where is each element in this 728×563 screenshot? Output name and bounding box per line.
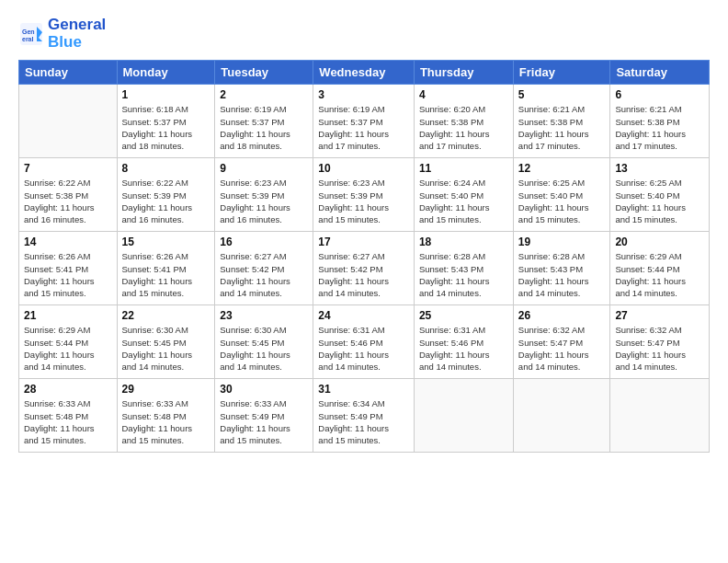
weekday-header-thursday: Thursday (414, 61, 513, 85)
weekday-header-sunday: Sunday (19, 61, 118, 85)
day-cell: 29Sunrise: 6:33 AM Sunset: 5:48 PM Dayli… (117, 379, 215, 453)
day-info: Sunrise: 6:23 AM Sunset: 5:39 PM Dayligh… (318, 177, 409, 225)
day-number: 24 (318, 309, 409, 322)
day-cell: 31Sunrise: 6:34 AM Sunset: 5:49 PM Dayli… (313, 379, 415, 453)
page: Gen eral General Blue SundayMondayTuesda… (0, 0, 728, 563)
weekday-header-row: SundayMondayTuesdayWednesdayThursdayFrid… (19, 61, 710, 85)
day-info: Sunrise: 6:27 AM Sunset: 5:42 PM Dayligh… (318, 250, 409, 299)
week-row-1: 1Sunrise: 6:18 AM Sunset: 5:37 PM Daylig… (19, 85, 710, 158)
day-number: 7 (24, 162, 112, 175)
day-number: 13 (615, 162, 704, 175)
day-number: 1 (122, 88, 210, 101)
day-info: Sunrise: 6:19 AM Sunset: 5:37 PM Dayligh… (318, 103, 409, 152)
svg-text:eral: eral (22, 36, 34, 42)
day-cell: 18Sunrise: 6:28 AM Sunset: 5:43 PM Dayli… (414, 232, 513, 305)
day-cell: 8Sunrise: 6:22 AM Sunset: 5:39 PM Daylig… (117, 158, 215, 232)
day-info: Sunrise: 6:29 AM Sunset: 5:44 PM Dayligh… (24, 324, 112, 373)
day-number: 25 (419, 309, 508, 322)
day-cell: 22Sunrise: 6:30 AM Sunset: 5:45 PM Dayli… (117, 305, 215, 379)
day-cell: 23Sunrise: 6:30 AM Sunset: 5:45 PM Dayli… (215, 305, 313, 379)
day-number: 19 (518, 236, 606, 248)
day-number: 27 (615, 309, 704, 322)
day-number: 5 (518, 88, 606, 101)
day-cell: 25Sunrise: 6:31 AM Sunset: 5:46 PM Dayli… (414, 305, 513, 379)
day-number: 18 (419, 236, 508, 248)
day-number: 8 (122, 162, 210, 175)
week-row-2: 7Sunrise: 6:22 AM Sunset: 5:38 PM Daylig… (19, 158, 710, 232)
day-cell: 19Sunrise: 6:28 AM Sunset: 5:43 PM Dayli… (513, 232, 610, 305)
day-cell: 14Sunrise: 6:26 AM Sunset: 5:41 PM Dayli… (19, 232, 118, 305)
day-cell: 15Sunrise: 6:26 AM Sunset: 5:41 PM Dayli… (117, 232, 215, 305)
day-number: 31 (318, 383, 409, 396)
day-cell: 30Sunrise: 6:33 AM Sunset: 5:49 PM Dayli… (215, 379, 313, 453)
day-cell: 10Sunrise: 6:23 AM Sunset: 5:39 PM Dayli… (313, 158, 415, 232)
day-number: 26 (518, 309, 606, 322)
day-cell: 17Sunrise: 6:27 AM Sunset: 5:42 PM Dayli… (313, 232, 415, 305)
day-cell: 6Sunrise: 6:21 AM Sunset: 5:38 PM Daylig… (610, 85, 710, 158)
day-info: Sunrise: 6:25 AM Sunset: 5:40 PM Dayligh… (615, 177, 704, 225)
day-cell: 21Sunrise: 6:29 AM Sunset: 5:44 PM Dayli… (19, 305, 118, 379)
day-number: 3 (318, 88, 409, 101)
day-number: 6 (615, 88, 704, 101)
day-cell: 5Sunrise: 6:21 AM Sunset: 5:38 PM Daylig… (513, 85, 610, 158)
logo-blue: Blue (48, 34, 106, 52)
logo: Gen eral General Blue (18, 17, 106, 51)
day-number: 9 (220, 162, 308, 175)
day-number: 23 (220, 309, 308, 322)
day-number: 11 (419, 162, 508, 175)
day-info: Sunrise: 6:26 AM Sunset: 5:41 PM Dayligh… (122, 250, 210, 299)
day-cell: 13Sunrise: 6:25 AM Sunset: 5:40 PM Dayli… (610, 158, 710, 232)
day-cell: 12Sunrise: 6:25 AM Sunset: 5:40 PM Dayli… (513, 158, 610, 232)
day-info: Sunrise: 6:33 AM Sunset: 5:49 PM Dayligh… (220, 397, 308, 446)
day-number: 28 (24, 383, 112, 396)
week-row-4: 21Sunrise: 6:29 AM Sunset: 5:44 PM Dayli… (19, 305, 710, 379)
day-number: 16 (220, 236, 308, 248)
day-info: Sunrise: 6:19 AM Sunset: 5:37 PM Dayligh… (220, 103, 308, 152)
day-number: 2 (220, 88, 308, 101)
day-info: Sunrise: 6:30 AM Sunset: 5:45 PM Dayligh… (220, 324, 308, 373)
day-number: 20 (615, 236, 704, 248)
day-number: 21 (24, 309, 112, 322)
day-number: 17 (318, 236, 409, 248)
day-info: Sunrise: 6:26 AM Sunset: 5:41 PM Dayligh… (24, 250, 112, 299)
day-info: Sunrise: 6:23 AM Sunset: 5:39 PM Dayligh… (220, 177, 308, 225)
day-number: 10 (318, 162, 409, 175)
day-cell: 11Sunrise: 6:24 AM Sunset: 5:40 PM Dayli… (414, 158, 513, 232)
day-cell (19, 85, 118, 158)
svg-text:Gen: Gen (22, 29, 35, 35)
day-number: 14 (24, 236, 112, 248)
day-info: Sunrise: 6:20 AM Sunset: 5:38 PM Dayligh… (419, 103, 508, 152)
day-cell: 1Sunrise: 6:18 AM Sunset: 5:37 PM Daylig… (117, 85, 215, 158)
day-info: Sunrise: 6:27 AM Sunset: 5:42 PM Dayligh… (220, 250, 308, 299)
day-number: 22 (122, 309, 210, 322)
day-number: 29 (122, 383, 210, 396)
day-cell (610, 379, 710, 453)
day-info: Sunrise: 6:34 AM Sunset: 5:49 PM Dayligh… (318, 397, 409, 446)
day-cell: 20Sunrise: 6:29 AM Sunset: 5:44 PM Dayli… (610, 232, 710, 305)
day-info: Sunrise: 6:31 AM Sunset: 5:46 PM Dayligh… (318, 324, 409, 373)
day-info: Sunrise: 6:29 AM Sunset: 5:44 PM Dayligh… (615, 250, 704, 299)
day-info: Sunrise: 6:18 AM Sunset: 5:37 PM Dayligh… (122, 103, 210, 152)
day-number: 30 (220, 383, 308, 396)
weekday-header-saturday: Saturday (610, 61, 710, 85)
calendar: SundayMondayTuesdayWednesdayThursdayFrid… (18, 60, 710, 453)
day-info: Sunrise: 6:22 AM Sunset: 5:39 PM Dayligh… (122, 177, 210, 225)
day-info: Sunrise: 6:28 AM Sunset: 5:43 PM Dayligh… (419, 250, 508, 299)
week-row-5: 28Sunrise: 6:33 AM Sunset: 5:48 PM Dayli… (19, 379, 710, 453)
weekday-header-tuesday: Tuesday (215, 61, 313, 85)
day-info: Sunrise: 6:32 AM Sunset: 5:47 PM Dayligh… (615, 324, 704, 373)
weekday-header-friday: Friday (513, 61, 610, 85)
day-cell: 16Sunrise: 6:27 AM Sunset: 5:42 PM Dayli… (215, 232, 313, 305)
weekday-header-wednesday: Wednesday (313, 61, 415, 85)
day-number: 4 (419, 88, 508, 101)
weekday-header-monday: Monday (117, 61, 215, 85)
day-number: 12 (518, 162, 606, 175)
day-cell: 3Sunrise: 6:19 AM Sunset: 5:37 PM Daylig… (313, 85, 415, 158)
day-cell: 4Sunrise: 6:20 AM Sunset: 5:38 PM Daylig… (414, 85, 513, 158)
day-cell: 28Sunrise: 6:33 AM Sunset: 5:48 PM Dayli… (19, 379, 118, 453)
day-info: Sunrise: 6:28 AM Sunset: 5:43 PM Dayligh… (518, 250, 606, 299)
day-info: Sunrise: 6:25 AM Sunset: 5:40 PM Dayligh… (518, 177, 606, 225)
logo-icon: Gen eral (18, 21, 44, 47)
day-cell: 2Sunrise: 6:19 AM Sunset: 5:37 PM Daylig… (215, 85, 313, 158)
day-cell: 24Sunrise: 6:31 AM Sunset: 5:46 PM Dayli… (313, 305, 415, 379)
